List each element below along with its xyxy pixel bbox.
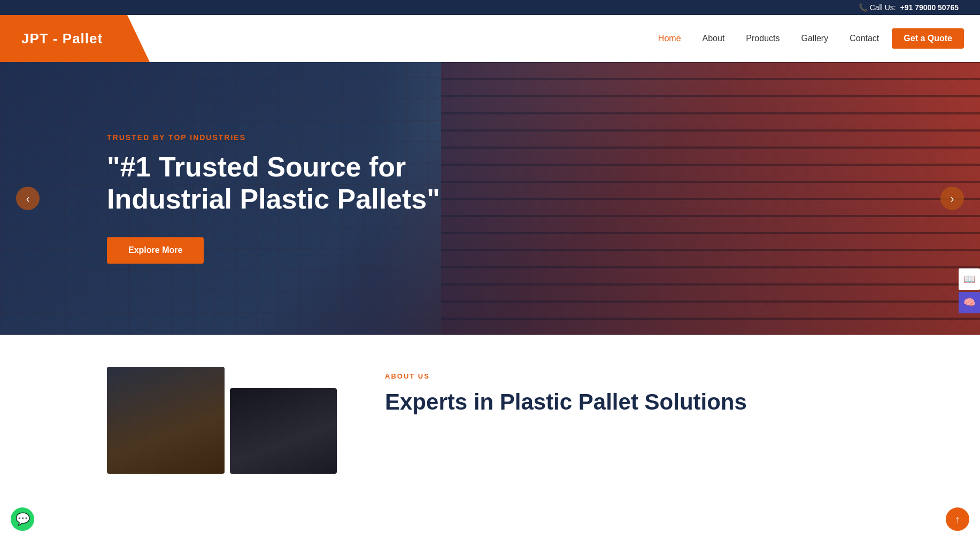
- hero-title: "#1 Trusted Source for Industrial Plasti…: [107, 151, 470, 215]
- call-label: Call Us:: [870, 3, 896, 12]
- side-widgets: 📖 🧠: [959, 268, 980, 313]
- phone-icon: 📞: [859, 3, 868, 12]
- slider-prev-button[interactable]: ‹: [16, 187, 40, 210]
- top-bar: 📞 Call Us: +91 79000 50765: [0, 0, 980, 15]
- book-widget[interactable]: 📖: [959, 268, 980, 290]
- nav-products[interactable]: Products: [737, 28, 788, 49]
- logo-area: JPT - Pallet: [0, 15, 150, 62]
- hero-content: TRUSTED BY TOP INDUSTRIES "#1 Trusted So…: [107, 133, 470, 264]
- brain-widget[interactable]: 🧠: [959, 292, 980, 313]
- book-icon: 📖: [963, 273, 975, 285]
- about-text-block: ABOUT US Experts in Plastic Pallet Solut…: [385, 367, 747, 415]
- logo[interactable]: JPT - Pallet: [21, 30, 103, 47]
- chevron-left-icon: ‹: [26, 192, 30, 205]
- chevron-right-icon: ›: [951, 192, 954, 205]
- hero-subtitle: TRUSTED BY TOP INDUSTRIES: [107, 133, 470, 142]
- about-title: Experts in Plastic Pallet Solutions: [385, 389, 747, 415]
- nav-home[interactable]: Home: [650, 28, 690, 49]
- get-quote-button[interactable]: Get a Quote: [892, 28, 964, 49]
- hero-section: ‹ TRUSTED BY TOP INDUSTRIES "#1 Trusted …: [0, 62, 980, 335]
- main-nav: Home About Products Gallery Contact Get …: [650, 28, 980, 49]
- nav-gallery[interactable]: Gallery: [792, 28, 837, 49]
- about-image-1: [107, 367, 225, 474]
- nav-contact[interactable]: Contact: [841, 28, 888, 49]
- explore-more-button[interactable]: Explore More: [107, 237, 204, 264]
- brain-icon: 🧠: [963, 297, 975, 309]
- about-section: ABOUT US Experts in Plastic Pallet Solut…: [0, 335, 980, 495]
- about-images: [107, 367, 353, 474]
- about-image-2: [230, 388, 337, 474]
- header: JPT - Pallet Home About Products Gallery…: [0, 15, 980, 62]
- nav-about[interactable]: About: [694, 28, 734, 49]
- slider-next-button[interactable]: ›: [940, 187, 964, 210]
- phone-number[interactable]: +91 79000 50765: [900, 3, 959, 12]
- about-label: ABOUT US: [385, 372, 747, 380]
